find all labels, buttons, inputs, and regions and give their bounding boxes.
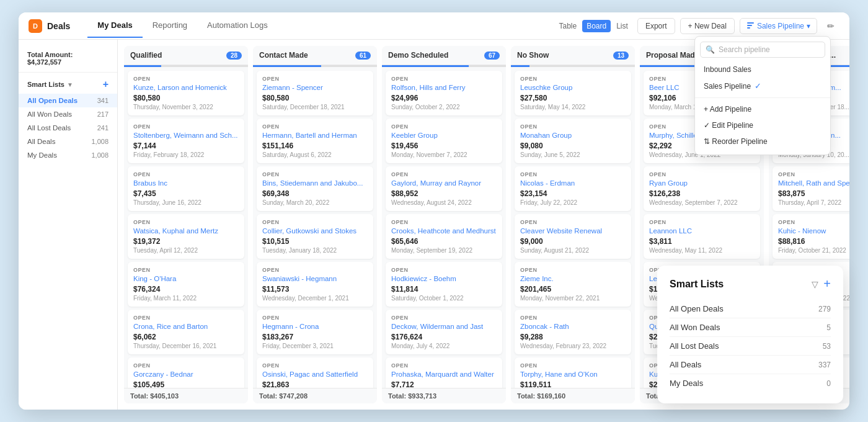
deal-date: Thursday, November 3, 2022 xyxy=(133,104,239,110)
smart-lists-add-icon[interactable]: + xyxy=(823,277,831,291)
column-cards-3: OPEN Leuschke Group $27,580 Saturday, Ma… xyxy=(511,67,635,388)
deal-date: Tuesday, January 18, 2022 xyxy=(262,247,368,254)
sidebar-item-all-lost-deals[interactable]: All Lost Deals 241 xyxy=(19,121,117,135)
deal-card[interactable]: OPEN Zboncak - Rath $9,288 Wednesday, Fe… xyxy=(515,310,631,354)
pipeline-option-inbound[interactable]: Inbound Sales xyxy=(695,61,830,78)
deal-amount: $7,435 xyxy=(133,189,239,198)
deal-amount: $201,465 xyxy=(520,285,626,294)
sidebar-item-my-deals[interactable]: My Deals 1,008 xyxy=(19,148,117,162)
deal-card[interactable]: OPEN King - O'Hara $76,324 Friday, March… xyxy=(128,262,244,307)
deal-card[interactable]: OPEN Hodkiewicz - Boehm $11,814 Saturday… xyxy=(386,262,502,307)
deal-card[interactable]: OPEN Leuschke Group $27,580 Saturday, Ma… xyxy=(515,71,631,115)
deal-name: Crooks, Heathcote and Medhurst xyxy=(391,227,497,236)
tab-my-deals[interactable]: My Deals xyxy=(87,14,142,38)
export-button[interactable]: Export xyxy=(637,18,675,34)
pipeline-edit-action[interactable]: ✓ Edit Pipeline xyxy=(695,117,830,133)
deal-name: Monahan Group xyxy=(520,131,626,140)
deal-card[interactable]: OPEN Kuhic - Nienow $88,816 Friday, Octo… xyxy=(773,214,849,259)
sl-row-all-won[interactable]: All Won Deals 5 xyxy=(670,318,831,337)
column-cards-2: OPEN Rolfson, Hills and Ferry $24,996 Su… xyxy=(382,67,506,388)
deal-card[interactable]: OPEN Gaylord, Murray and Raynor $88,952 … xyxy=(386,166,502,211)
deal-name: Ziemann - Spencer xyxy=(262,83,368,92)
deal-card[interactable]: OPEN Cleaver Website Renewal $9,000 Sund… xyxy=(515,214,631,259)
deal-card[interactable]: OPEN Bins, Stiedemann and Jakubo... $69,… xyxy=(257,166,373,211)
deal-card[interactable]: OPEN Hermann, Bartell and Herman $151,14… xyxy=(257,119,373,163)
deal-amount: $11,814 xyxy=(391,285,497,294)
deal-card[interactable]: OPEN Monahan Group $9,080 Sunday, June 5… xyxy=(515,119,631,163)
deal-card[interactable]: OPEN Leannon LLC $3,811 Wednesday, May 1… xyxy=(644,214,760,259)
deal-card[interactable]: OPEN Crona, Rice and Barton $6,062 Thurs… xyxy=(128,310,244,354)
smart-lists-popup: Smart Lists ▽ + All Open Deals 279 All W… xyxy=(657,266,843,403)
deal-date: Monday, July 4, 2022 xyxy=(391,343,497,349)
deal-date: Tuesday, April 12, 2022 xyxy=(133,247,239,254)
deal-card[interactable]: OPEN Torphy, Hane and O'Kon $119,511 xyxy=(515,357,631,388)
column-badge-2: 67 xyxy=(484,52,500,60)
deal-card[interactable]: OPEN Brabus Inc $7,435 Thursday, June 16… xyxy=(128,166,244,211)
svg-rect-0 xyxy=(747,22,754,24)
sidebar-item-all-won-deals[interactable]: All Won Deals 217 xyxy=(19,107,117,121)
deal-amount: $83,875 xyxy=(778,189,849,198)
sl-row-all-lost[interactable]: All Lost Deals 53 xyxy=(670,337,831,356)
column-badge-0: 28 xyxy=(226,52,242,60)
svg-rect-2 xyxy=(747,27,750,29)
pipeline-reorder-action[interactable]: ⇅ Reorder Pipeline xyxy=(695,133,830,150)
edit-pipeline-button[interactable]: ✏ xyxy=(822,18,839,34)
deal-card[interactable]: OPEN Collier, Gutkowski and Stokes $10,5… xyxy=(257,214,373,259)
sidebar-item-all-open-deals[interactable]: All Open Deals 341 xyxy=(19,94,117,107)
deal-card[interactable]: OPEN Crooks, Heathcote and Medhurst $65,… xyxy=(386,214,502,259)
deal-card[interactable]: OPEN Ziemann - Spencer $80,580 Saturday,… xyxy=(257,71,373,115)
deal-amount: $6,062 xyxy=(133,333,239,341)
deal-card[interactable]: OPEN Swaniawski - Hegmann $11,573 Wednes… xyxy=(257,262,373,307)
deal-status: OPEN xyxy=(262,267,368,273)
deal-card[interactable]: OPEN Osinski, Pagac and Satterfield $21,… xyxy=(257,357,373,388)
column-header-0: Qualified28 xyxy=(124,46,248,65)
deal-card[interactable]: OPEN Stoltenberg, Weimann and Sch... $7,… xyxy=(128,119,244,163)
deal-status: OPEN xyxy=(391,267,497,273)
deal-card[interactable]: OPEN Kunze, Larson and Homenick $80,580 … xyxy=(128,71,244,115)
board-column-0: Qualified28 OPEN Kunze, Larson and Homen… xyxy=(124,46,248,403)
deal-card[interactable]: OPEN Gorczany - Bednar $105,495 xyxy=(128,357,244,388)
new-deal-button[interactable]: + New Deal xyxy=(680,18,735,34)
smart-lists-filter-icon[interactable]: ▽ xyxy=(812,279,818,289)
deal-card[interactable]: OPEN Rolfson, Hills and Ferry $24,996 Su… xyxy=(386,71,502,115)
pipeline-option-sales[interactable]: Sales Pipeline ✓ xyxy=(695,78,830,94)
sidebar-item-all-deals[interactable]: All Deals 1,008 xyxy=(19,135,117,148)
deal-status: OPEN xyxy=(391,171,497,177)
deal-date: Saturday, May 14, 2022 xyxy=(520,104,626,110)
view-list-btn[interactable]: List xyxy=(612,20,632,32)
deal-date: Wednesday, August 24, 2022 xyxy=(391,199,497,206)
deal-status: OPEN xyxy=(520,171,626,177)
deal-amount: $76,324 xyxy=(133,285,239,294)
deal-name: Zboncak - Rath xyxy=(520,322,626,331)
deal-date: Wednesday, May 11, 2022 xyxy=(649,247,755,254)
sl-row-all-open[interactable]: All Open Deals 279 xyxy=(670,300,831,318)
deal-card[interactable]: OPEN Keebler Group $19,456 Monday, Novem… xyxy=(386,119,502,163)
board-column-3: No Show13 OPEN Leuschke Group $27,580 Sa… xyxy=(511,46,635,403)
deal-status: OPEN xyxy=(262,171,368,177)
sl-row-all-deals[interactable]: All Deals 337 xyxy=(670,356,831,374)
view-table-btn[interactable]: Table xyxy=(554,20,581,32)
deal-card[interactable]: OPEN Ryan Group $126,238 Wednesday, Sept… xyxy=(644,166,760,211)
deal-date: Monday, September 19, 2022 xyxy=(391,247,497,254)
deal-amount: $88,816 xyxy=(778,237,849,246)
sidebar-add-button[interactable]: + xyxy=(103,79,108,90)
deal-date: Saturday, December 18, 2021 xyxy=(262,104,368,110)
view-board-btn[interactable]: Board xyxy=(582,20,611,32)
sl-row-my-deals[interactable]: My Deals 0 xyxy=(670,374,831,392)
deal-card[interactable]: OPEN Prohaska, Marquardt and Walter $7,7… xyxy=(386,357,502,388)
tab-reporting[interactable]: Reporting xyxy=(143,14,197,38)
pipeline-add-action[interactable]: + Add Pipeline xyxy=(695,101,830,117)
pipeline-button[interactable]: Sales Pipeline ▾ xyxy=(740,18,817,34)
deal-card[interactable]: OPEN Watsica, Kuphal and Mertz $19,372 T… xyxy=(128,214,244,259)
tab-automation-logs[interactable]: Automation Logs xyxy=(197,14,278,38)
deal-card[interactable]: OPEN Nicolas - Erdman $23,154 Friday, Ju… xyxy=(515,166,631,211)
deal-status: OPEN xyxy=(262,362,368,369)
deal-name: Osinski, Pagac and Satterfield xyxy=(262,370,368,379)
deal-amount: $19,372 xyxy=(133,237,239,246)
deal-card[interactable]: OPEN Zieme Inc. $201,465 Monday, Novembe… xyxy=(515,262,631,307)
deal-amount: $80,580 xyxy=(262,94,368,102)
deal-date: Wednesday, September 7, 2022 xyxy=(649,199,755,206)
deal-card[interactable]: OPEN Mitchell, Rath and Spencer $83,875 … xyxy=(773,166,849,211)
deal-card[interactable]: OPEN Hegmann - Crona $183,267 Friday, De… xyxy=(257,310,373,354)
deal-card[interactable]: OPEN Deckow, Wilderman and Jast $176,624… xyxy=(386,310,502,354)
